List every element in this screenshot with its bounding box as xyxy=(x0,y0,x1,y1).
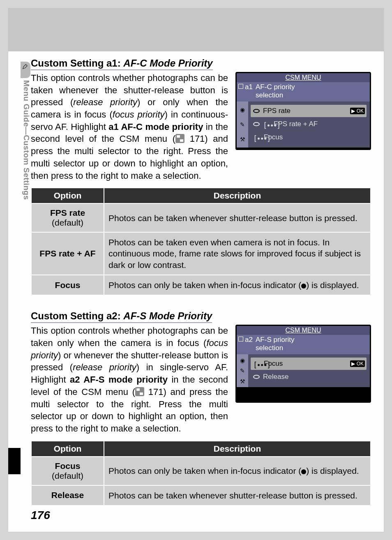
option-cell: Focus(default) xyxy=(32,457,104,485)
option-cell: Focus xyxy=(32,275,104,295)
header-band xyxy=(8,8,384,51)
lcd-option: FPS rate▶ OK xyxy=(251,105,367,117)
description-cell: Photos can be taken even when camera is … xyxy=(104,233,370,275)
table-row: FocusPhotos can only be taken when in-fo… xyxy=(32,275,370,295)
table-header-option: Option xyxy=(32,441,104,456)
lcd-option: Release xyxy=(251,371,367,383)
paragraph-a2: This option controls whether photographs… xyxy=(31,325,228,434)
lcd-title: CSM MENU xyxy=(237,73,370,82)
dial-icon xyxy=(253,122,260,126)
option-cell: FPS rate + AF xyxy=(32,233,104,275)
camera-icon: ◉ xyxy=(240,106,245,113)
description-cell: Photos can be taken whenever shutter-rel… xyxy=(104,486,370,505)
page-ref-icon xyxy=(135,387,144,396)
lcd-title: CSM MENU xyxy=(237,326,370,335)
thumb-index xyxy=(8,448,21,474)
sidebar-label: Menu Guide—Custom Settings xyxy=(22,80,31,200)
table-row: FPS rate + AFPhotos can be taken even wh… xyxy=(32,233,370,275)
ok-badge: ▶ OK xyxy=(350,108,365,114)
play-icon xyxy=(238,84,243,89)
paragraph-a1: This option controls whether photographs… xyxy=(31,72,228,182)
lcd-option-label: Focus xyxy=(264,360,283,368)
lcd-side-icons: ◉ ✎ ⚒ xyxy=(237,354,248,387)
dial-icon xyxy=(253,109,260,113)
lcd-screenshot-a1: CSM MENU a1 AF-C priority selection ◉ ✎ … xyxy=(235,72,371,150)
description-cell: Photos can only be taken when in-focus i… xyxy=(104,275,370,295)
lcd-subtitle: a1 AF-C priority selection xyxy=(237,82,370,102)
table-row: Focus(default)Photos can only be taken w… xyxy=(32,457,370,485)
wrench-icon: ⚒ xyxy=(240,378,245,385)
bracket-icon: [∙∙∙] xyxy=(253,134,261,140)
option-cell: Release xyxy=(32,486,104,505)
heading-a2: Custom Setting a2: AF-S Mode Priority xyxy=(31,310,212,323)
table-header-option: Option xyxy=(32,188,104,203)
bracket-icon: [∙∙∙] xyxy=(253,361,261,367)
bracket-icon: [∙∙∙] xyxy=(263,121,270,127)
lcd-option-label: FPS rate + AF xyxy=(274,120,318,128)
options-table-a2: Option Description Focus(default)Photos … xyxy=(31,441,371,506)
lcd-screenshot-a2: CSM MENU a2 AF-S priority selection ◉ ✎ … xyxy=(235,325,371,403)
lcd-option: [∙∙∙]Focus▶ OK xyxy=(251,358,367,370)
pencil-icon: ✎ xyxy=(240,121,245,128)
lcd-side-icons: ◉ ✎ ⚒ xyxy=(237,102,248,148)
page-ref-icon xyxy=(175,134,184,143)
table-header-description: Description xyxy=(104,188,370,203)
focus-dot-icon xyxy=(301,469,306,474)
options-table-a1: Option Description FPS rate(default)Phot… xyxy=(31,187,371,295)
camera-icon: ◉ xyxy=(240,357,245,364)
option-cell: FPS rate(default) xyxy=(32,204,104,232)
heading-a1: Custom Setting a1: AF-C Mode Priority xyxy=(31,58,213,70)
lcd-option: [∙∙∙]Focus xyxy=(251,131,367,143)
table-row: ReleasePhotos can be taken whenever shut… xyxy=(32,486,370,505)
lcd-option: [∙∙∙]FPS rate + AF xyxy=(251,118,367,130)
lcd-option-label: Focus xyxy=(264,133,283,141)
wrench-icon: ⚒ xyxy=(240,136,245,143)
pencil-icon: ✎ xyxy=(240,367,245,374)
page: Menu Guide—Custom Settings 176 Custom Se… xyxy=(8,8,384,532)
table-row: FPS rate(default)Photos can be taken whe… xyxy=(32,204,370,232)
table-header-description: Description xyxy=(104,441,370,456)
description-cell: Photos can be taken whenever shutter-rel… xyxy=(104,204,370,232)
focus-dot-icon xyxy=(301,284,306,288)
pencil-icon xyxy=(22,64,28,69)
lcd-subtitle: a2 AF-S priority selection xyxy=(237,335,370,354)
description-cell: Photos can only be taken when in-focus i… xyxy=(104,457,370,485)
ok-badge: ▶ OK xyxy=(350,360,365,367)
lcd-option-label: FPS rate xyxy=(263,107,291,115)
lcd-option-label: Release xyxy=(263,373,288,381)
play-icon xyxy=(238,337,243,342)
dial-icon xyxy=(253,375,260,379)
